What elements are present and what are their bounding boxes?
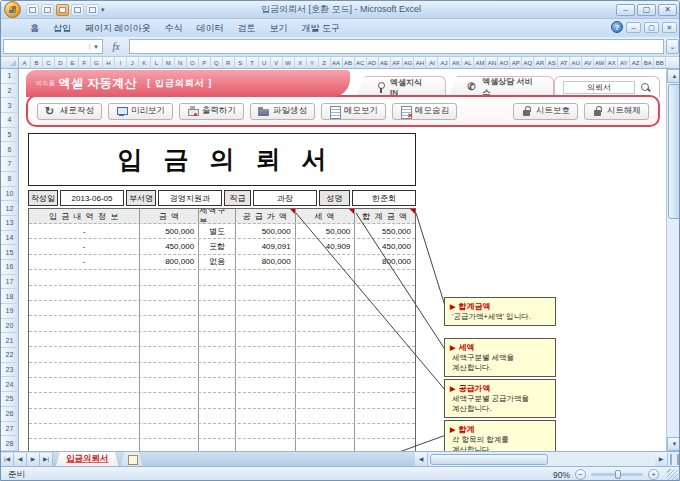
table-cell[interactable]: - xyxy=(29,224,140,238)
row-header[interactable]: 20 xyxy=(1,319,19,334)
table-cell[interactable] xyxy=(199,301,236,315)
table-cell[interactable] xyxy=(29,347,140,361)
select-all-corner[interactable] xyxy=(1,57,19,69)
resize-grip[interactable] xyxy=(667,469,678,480)
table-cell[interactable]: - xyxy=(29,239,140,253)
table-cell[interactable] xyxy=(199,347,236,361)
row-header[interactable]: 18 xyxy=(1,289,19,304)
column-header[interactable]: G xyxy=(91,57,103,69)
table-cell[interactable] xyxy=(296,301,356,315)
table-cell[interactable] xyxy=(296,439,356,451)
table-cell[interactable] xyxy=(140,347,199,361)
row-header[interactable]: 5 xyxy=(1,128,19,143)
row-header[interactable]: 13 xyxy=(1,216,19,231)
column-header[interactable]: AK xyxy=(450,57,462,69)
toolbar-button-4[interactable]: 파일생성 xyxy=(250,103,315,120)
row-header[interactable]: 27 xyxy=(1,422,19,437)
table-cell[interactable]: 409,091 xyxy=(236,239,296,253)
ribbon-tab-4[interactable]: 수식 xyxy=(158,20,190,37)
column-header[interactable]: BB xyxy=(654,57,666,69)
table-cell[interactable]: 450,000 xyxy=(140,239,199,253)
row-header[interactable]: 6 xyxy=(1,142,19,157)
row-header[interactable]: 19 xyxy=(1,304,19,319)
row-header[interactable]: 15 xyxy=(1,245,19,260)
column-header[interactable]: AC xyxy=(355,57,367,69)
table-cell[interactable] xyxy=(199,409,236,423)
table-cell[interactable] xyxy=(296,255,356,269)
table-cell[interactable] xyxy=(29,439,140,451)
table-cell[interactable] xyxy=(355,316,415,330)
sheet-tab-active[interactable]: 입금의뢰서 xyxy=(56,452,119,466)
column-header[interactable]: AM xyxy=(474,57,486,69)
table-cell[interactable] xyxy=(199,378,236,392)
table-cell[interactable] xyxy=(236,439,296,451)
ribbon-tab-2[interactable]: 삽입 xyxy=(46,20,78,37)
workbook-restore-button[interactable]: ▢ xyxy=(644,22,659,33)
banner-tab-2[interactable]: 엑셀상담 서비스 xyxy=(448,76,554,97)
horizontal-scrollbar[interactable]: ◀ ▶ xyxy=(415,451,680,466)
table-cell[interactable]: 별도 xyxy=(199,224,236,238)
scroll-left-icon[interactable]: ◀ xyxy=(415,453,428,466)
table-cell[interactable] xyxy=(236,270,296,284)
table-cell[interactable] xyxy=(29,409,140,423)
column-header[interactable]: U xyxy=(259,57,271,69)
column-header[interactable]: AG xyxy=(403,57,415,69)
column-header[interactable]: E xyxy=(67,57,79,69)
table-cell[interactable] xyxy=(296,332,356,346)
column-header[interactable]: BA xyxy=(642,57,654,69)
table-cell[interactable] xyxy=(140,409,199,423)
toolbar-button-2[interactable]: 미리보기 xyxy=(108,103,173,120)
row-header[interactable]: 14 xyxy=(1,231,19,246)
column-header[interactable]: AW xyxy=(594,57,606,69)
column-header[interactable]: AP xyxy=(510,57,522,69)
table-cell[interactable] xyxy=(140,316,199,330)
column-header[interactable]: Z xyxy=(319,57,331,69)
horizontal-scroll-thumb[interactable] xyxy=(430,454,548,465)
table-cell[interactable] xyxy=(29,332,140,346)
row-header[interactable]: 28 xyxy=(1,436,19,451)
table-cell[interactable] xyxy=(296,286,356,300)
row-header[interactable]: 16 xyxy=(1,260,19,275)
table-cell[interactable]: 450,000 xyxy=(355,239,415,253)
tab-split-handle[interactable] xyxy=(670,454,679,465)
help-icon[interactable]: ? xyxy=(611,21,623,33)
table-cell[interactable] xyxy=(355,347,415,361)
scroll-right-icon[interactable]: ▶ xyxy=(655,453,668,466)
table-cell[interactable] xyxy=(236,347,296,361)
table-cell[interactable] xyxy=(140,270,199,284)
column-header[interactable]: AF xyxy=(391,57,403,69)
column-header[interactable]: AB xyxy=(343,57,355,69)
row-header[interactable]: 8 xyxy=(1,172,19,187)
column-header[interactable]: W xyxy=(283,57,295,69)
toolbar-button-5[interactable]: 메모보기 xyxy=(321,103,386,120)
column-header[interactable]: P xyxy=(199,57,211,69)
name-box-dropdown-icon[interactable]: ▼ xyxy=(89,44,102,50)
row-header[interactable]: 23 xyxy=(1,363,19,378)
column-header[interactable]: N xyxy=(175,57,187,69)
table-cell[interactable] xyxy=(355,424,415,438)
workbook-close-button[interactable]: ✕ xyxy=(662,22,677,33)
formula-input[interactable] xyxy=(129,39,664,54)
expand-formula-bar-icon[interactable]: ⌄ xyxy=(666,39,679,54)
table-cell[interactable] xyxy=(199,332,236,346)
column-header[interactable]: AU xyxy=(570,57,582,69)
maximize-button[interactable]: ▢ xyxy=(637,4,656,16)
table-cell[interactable] xyxy=(140,332,199,346)
table-cell[interactable] xyxy=(296,424,356,438)
column-header[interactable]: AQ xyxy=(522,57,534,69)
column-header[interactable]: D xyxy=(55,57,67,69)
column-header[interactable]: K xyxy=(139,57,151,69)
column-header[interactable]: X xyxy=(295,57,307,69)
table-cell[interactable] xyxy=(296,270,356,284)
ribbon-tab-3[interactable]: 페이지 레이아웃 xyxy=(78,20,158,37)
column-header[interactable]: I xyxy=(115,57,127,69)
table-cell[interactable]: 없음 xyxy=(199,255,236,269)
table-cell[interactable] xyxy=(199,439,236,451)
row-header[interactable]: 3 xyxy=(1,98,19,113)
table-cell[interactable] xyxy=(29,424,140,438)
column-header[interactable]: AH xyxy=(414,57,426,69)
row-header[interactable]: 24 xyxy=(1,377,19,392)
table-cell[interactable] xyxy=(29,378,140,392)
table-cell[interactable] xyxy=(355,439,415,451)
column-header[interactable]: AS xyxy=(546,57,558,69)
